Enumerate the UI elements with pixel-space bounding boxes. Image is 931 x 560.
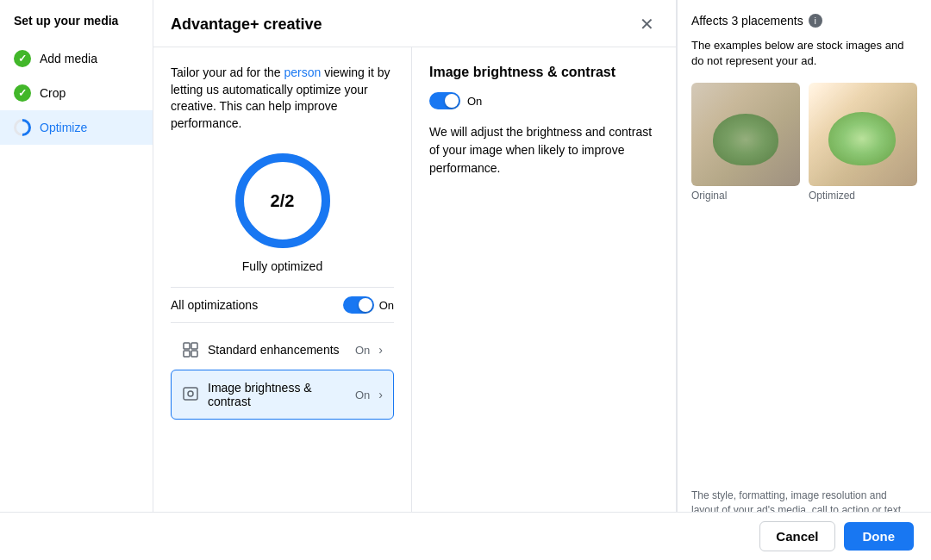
- svg-rect-2: [184, 343, 190, 349]
- sidebar-label-optimize: Optimize: [40, 121, 87, 134]
- preview-label-original: Original: [691, 190, 800, 202]
- svg-rect-4: [184, 351, 190, 357]
- sidebar: Set up your media Add media Crop Optimiz…: [0, 0, 153, 560]
- preview-images: Original Optimized: [691, 83, 917, 202]
- close-button[interactable]: ✕: [634, 12, 659, 36]
- preview-image-optimized-wrap: Optimized: [809, 83, 917, 202]
- check-icon-add-media: [14, 50, 31, 67]
- brightness-contrast-icon: [182, 386, 199, 403]
- chevron-right-icon-standard: ›: [378, 343, 383, 357]
- svg-rect-5: [191, 351, 197, 357]
- optimization-item-brightness[interactable]: Image brightness & contrast On ›: [171, 370, 394, 420]
- donut-wrapper: 2/2: [231, 149, 334, 252]
- bottom-bar: Cancel Done: [0, 512, 931, 560]
- sidebar-item-crop[interactable]: Crop: [0, 76, 153, 110]
- svg-rect-6: [184, 388, 197, 400]
- all-optimizations-row: All optimizations On: [171, 287, 394, 323]
- optimization-item-standard[interactable]: Standard enhancements On ›: [171, 330, 394, 370]
- optimize-panel: Tailor your ad for the person viewing it…: [153, 47, 412, 560]
- person-link[interactable]: person: [284, 65, 322, 79]
- modal-container: Set up your media Add media Crop Optimiz…: [0, 0, 931, 560]
- all-optimizations-toggle[interactable]: [343, 296, 374, 314]
- sidebar-label-add-media: Add media: [40, 52, 97, 65]
- sidebar-label-crop: Crop: [40, 86, 66, 100]
- detail-toggle-label: On: [467, 95, 482, 108]
- preview-label-optimized: Optimized: [809, 190, 917, 202]
- check-icon-crop: [14, 84, 31, 102]
- all-optimizations-toggle-group: On: [343, 296, 394, 314]
- stock-notice: The examples below are stock images and …: [691, 38, 917, 69]
- affects-row: Affects 3 placements i: [691, 14, 917, 28]
- sidebar-title: Set up your media: [0, 14, 153, 41]
- donut-container: 2/2 Fully optimized: [171, 149, 394, 273]
- standard-enhancements-icon: [182, 341, 199, 358]
- detail-toggle[interactable]: [429, 92, 460, 109]
- svg-rect-3: [191, 343, 197, 349]
- donut-value: 2/2: [271, 191, 295, 211]
- detail-description: We will adjust the brightness and contra…: [429, 123, 659, 177]
- sidebar-item-add-media[interactable]: Add media: [0, 41, 153, 76]
- done-button[interactable]: Done: [844, 522, 915, 551]
- main-header: Advantage+ creative ✕: [153, 0, 676, 47]
- sidebar-item-optimize[interactable]: Optimize: [0, 110, 153, 145]
- opt-status-standard: On: [355, 344, 370, 357]
- preview-image-original-wrap: Original: [691, 83, 800, 202]
- preview-panel: Affects 3 placements i The examples belo…: [677, 0, 931, 560]
- main-body: Tailor your ad for the person viewing it…: [153, 47, 676, 560]
- donut-label: Fully optimized: [242, 259, 322, 273]
- main-content: Advantage+ creative ✕ Tailor your ad for…: [153, 0, 677, 560]
- svg-point-7: [188, 391, 193, 396]
- all-optimizations-toggle-label: On: [379, 299, 394, 312]
- opt-label-brightness: Image brightness & contrast: [208, 381, 347, 408]
- detail-title: Image brightness & contrast: [429, 65, 659, 80]
- half-icon-optimize: [14, 119, 31, 136]
- all-optimizations-label: All optimizations: [171, 298, 258, 312]
- detail-toggle-row: On: [429, 92, 659, 109]
- detail-panel: Image brightness & contrast On We will a…: [412, 47, 676, 560]
- affects-label: Affects 3 placements: [691, 14, 803, 28]
- info-icon[interactable]: i: [809, 14, 822, 28]
- chevron-right-icon-brightness: ›: [378, 388, 383, 401]
- preview-image-optimized: [809, 83, 917, 186]
- opt-status-brightness: On: [355, 389, 370, 401]
- modal-title: Advantage+ creative: [171, 16, 322, 34]
- preview-image-original: [691, 83, 800, 186]
- opt-label-standard: Standard enhancements: [208, 343, 347, 357]
- optimize-description: Tailor your ad for the person viewing it…: [171, 65, 394, 132]
- cancel-button[interactable]: Cancel: [759, 521, 834, 551]
